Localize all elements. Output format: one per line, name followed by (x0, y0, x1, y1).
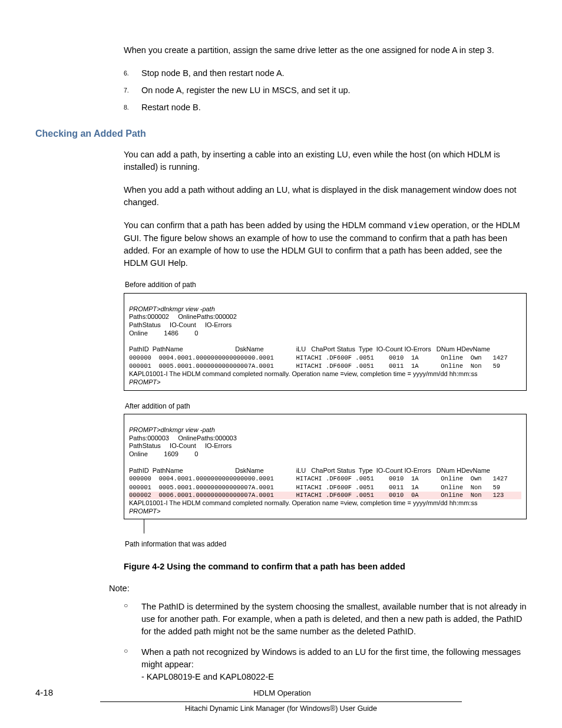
para-3a: You can confirm that a path has been add… (124, 220, 408, 230)
step-list: 6 Stop node B, and then restart node A. … (124, 67, 527, 114)
after-label: After addition of path (125, 401, 527, 411)
summary-after-0: Paths:000003 OnlinePaths:000003 (129, 434, 237, 442)
row-after-0: 000000 0004.0001.0000000000000000.0001 H… (129, 475, 527, 482)
page-number: 4-18 (35, 686, 53, 699)
step-6: 6 Stop node B, and then restart node A. (124, 67, 527, 80)
chapter-title: HDLM Operation (253, 688, 311, 699)
summary-before-1: PathStatus IO-Count IO-Errors (129, 321, 232, 328)
para-3: You can confirm that a path has been add… (124, 219, 527, 269)
row-after-new: 000002 0006.0001.000000000000007A.0001 H… (129, 492, 521, 499)
summary-after-1: PathStatus IO-Count IO-Errors (129, 442, 232, 449)
step-text: Stop node B, and then restart node A. (141, 67, 527, 80)
step-text: On node A, register the new LU in MSCS, … (141, 84, 527, 97)
page-footer: 4-18 HDLM Operation 4-18 Hitachi Dynamic… (35, 686, 527, 714)
row-before-0: 000000 0004.0001.0000000000000000.0001 H… (129, 354, 527, 361)
prompt-after: PROMPT> (129, 508, 160, 515)
list-item: ○ When a path not recognized by Windows … (124, 646, 527, 683)
summary-before-2: Online 1486 0 (129, 330, 198, 337)
para-1: You can add a path, by inserting a cable… (124, 149, 527, 173)
para-2: When you add a path without adding an LU… (124, 184, 527, 209)
cmd-after: PROMPT>dlnkmgr view -path (129, 426, 215, 433)
step-7: 7 On node A, register the new LU in MSCS… (124, 84, 527, 97)
step-8: 8 Restart node B. (124, 101, 527, 114)
row-after-1: 000001 0005.0001.000000000000007A.0001 H… (129, 484, 527, 491)
summary-after-2: Online 1609 0 (129, 450, 198, 457)
code-view: view (408, 221, 429, 230)
book-title: Hitachi Dynamic Link Manager (for Window… (35, 703, 527, 714)
note-bullets: ○ The PathID is determined by the system… (124, 601, 527, 683)
terminal-before: PROMPT>dlnkmgr view -path Paths:000002 O… (124, 293, 527, 391)
before-label: Before addition of path (125, 280, 527, 290)
bullet-icon: ○ (124, 601, 141, 638)
intro-partition-text: When you create a partition, assign the … (124, 44, 527, 57)
pointer-label: Path information that was added (125, 539, 527, 549)
cmd-before: PROMPT>dlnkmgr view -path (129, 305, 215, 312)
list-item: ○ The PathID is determined by the system… (124, 601, 527, 638)
summary-before-0: Paths:000002 OnlinePaths:000002 (129, 313, 237, 320)
bullet-icon: ○ (124, 646, 141, 683)
bullet-text-0: The PathID is determined by the system c… (141, 601, 527, 638)
step-number: 6 (124, 67, 141, 80)
msg-after: KAPL01001-I The HDLM command completed n… (129, 499, 477, 506)
section-heading-checking-added-path: Checking an Added Path (35, 127, 527, 140)
header-row-before: PathID PathName DskName iLU ChaPort Stat… (129, 345, 490, 353)
msg-before: KAPL01001-I The HDLM command completed n… (129, 370, 477, 377)
bullet-text-1: When a path not recognized by Windows is… (141, 646, 527, 683)
figure-caption: Figure 4-2 Using the command to confirm … (124, 561, 527, 573)
step-number: 8 (124, 101, 141, 114)
pointer-line-icon (144, 519, 144, 533)
step-text: Restart node B. (141, 101, 527, 114)
footer-rule (100, 701, 462, 702)
header-row-after: PathID PathName DskName iLU ChaPort Stat… (129, 467, 490, 474)
prompt-before: PROMPT> (129, 378, 160, 386)
figure-4-2: Before addition of path PROMPT>dlnkmgr v… (124, 280, 527, 549)
row-before-1: 000001 0005.0001.000000000000007A.0001 H… (129, 363, 527, 370)
note-label: Note: (109, 582, 527, 595)
terminal-after: PROMPT>dlnkmgr view -path Paths:000003 O… (124, 414, 527, 519)
step-number: 7 (124, 84, 141, 97)
